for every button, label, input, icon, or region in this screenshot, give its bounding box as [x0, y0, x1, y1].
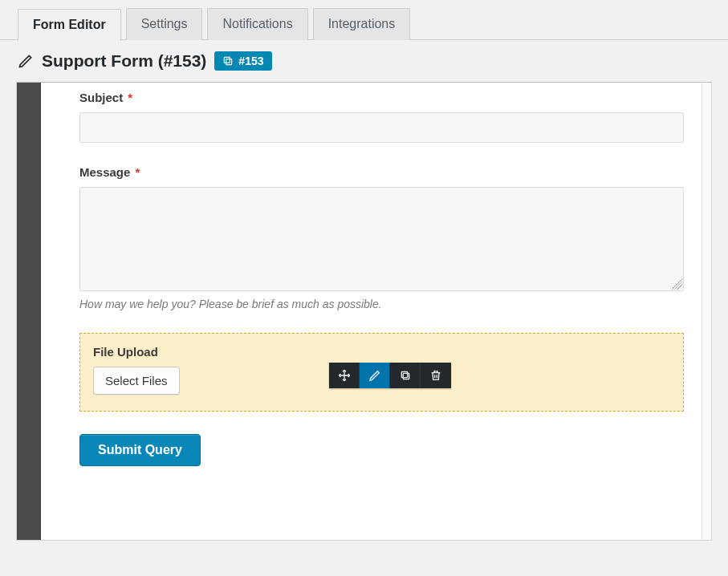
svg-rect-3: [401, 371, 407, 377]
svg-rect-0: [226, 59, 232, 65]
field-subject[interactable]: Subject *: [79, 91, 684, 143]
pencil-icon: [368, 369, 381, 382]
field-message[interactable]: Message * How may we help you? Please be…: [79, 165, 684, 310]
subject-label-text: Subject: [79, 91, 123, 104]
tab-form-editor[interactable]: Form Editor: [18, 9, 121, 41]
message-label-text: Message: [79, 165, 130, 179]
subject-label: Subject *: [79, 91, 684, 104]
form-canvas: Subject * Message * How may we help you?…: [16, 82, 712, 541]
message-label: Message *: [79, 165, 684, 179]
message-textarea[interactable]: [79, 187, 684, 291]
tab-notifications[interactable]: Notifications: [207, 8, 307, 40]
svg-rect-2: [403, 373, 409, 379]
editor-tabs: Form Editor Settings Notifications Integ…: [0, 8, 728, 40]
toolbar-move-button[interactable]: [329, 363, 360, 388]
subject-input[interactable]: [79, 112, 684, 143]
form-preview: Subject * Message * How may we help you?…: [41, 83, 702, 540]
svg-rect-1: [225, 57, 230, 63]
tab-settings[interactable]: Settings: [126, 8, 203, 40]
trash-icon: [429, 369, 442, 382]
field-file-upload[interactable]: File Upload Select Files: [79, 333, 684, 412]
move-icon: [338, 369, 351, 382]
left-gutter: [17, 83, 41, 540]
page-header: Support Form (#153) #153: [0, 40, 728, 82]
pencil-icon: [18, 53, 34, 69]
required-marker: *: [128, 91, 132, 104]
select-files-button[interactable]: Select Files: [93, 367, 180, 395]
toolbar-duplicate-button[interactable]: [390, 363, 421, 388]
message-hint: How may we help you? Please be brief as …: [79, 298, 684, 310]
scrollbar-track[interactable]: [702, 83, 711, 540]
copy-icon: [399, 369, 412, 382]
toolbar-edit-button[interactable]: [360, 363, 390, 388]
required-marker: *: [136, 165, 140, 179]
tab-integrations[interactable]: Integrations: [313, 8, 411, 40]
page-title: Support Form (#153): [42, 51, 206, 71]
form-id-text: #153: [238, 55, 263, 67]
copy-icon: [222, 55, 234, 67]
toolbar-delete-button[interactable]: [421, 363, 451, 388]
form-id-badge[interactable]: #153: [214, 51, 271, 71]
submit-button[interactable]: Submit Query: [79, 434, 201, 466]
file-upload-label: File Upload: [93, 345, 670, 359]
field-toolbar: [329, 363, 451, 388]
